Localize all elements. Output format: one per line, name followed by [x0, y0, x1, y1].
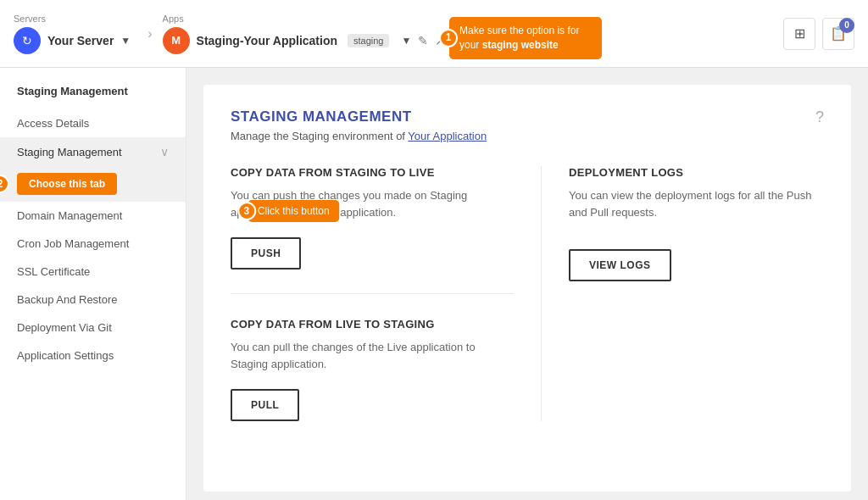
sidebar-item-deployment-git[interactable]: Deployment Via Git [0, 314, 186, 342]
col-divider-wrapper: DEPLOYMENT LOGS You can view the deploym… [541, 166, 824, 421]
choose-tab-button[interactable]: Choose this tab [17, 173, 117, 195]
sidebar-title: Staging Management [0, 85, 186, 109]
step3-tooltip: 3 Click this button [248, 200, 340, 222]
sidebar-item-staging-management[interactable]: Staging Management ∨ [0, 137, 186, 166]
app-name: Staging-Your Application [197, 34, 337, 47]
apps-label: Apps [163, 14, 446, 24]
sidebar-item-access-details[interactable]: Access Details [0, 109, 186, 137]
header-right: ⊞ 📋 0 [783, 18, 854, 50]
copy-live-to-staging-section: COPY DATA FROM LIVE TO STAGING You can p… [231, 318, 514, 421]
server-dropdown-arrow[interactable]: ▼ [120, 35, 131, 47]
apps-section: Apps M Staging-Your Application staging … [163, 14, 446, 54]
sidebar-item-domain-management[interactable]: Domain Management [0, 202, 186, 230]
view-logs-button[interactable]: VIEW LOGS [569, 249, 671, 281]
sidebar-item-cron-job[interactable]: Cron Job Management [0, 230, 186, 258]
push-button[interactable]: PUSH [231, 237, 301, 269]
notif-count: 0 [839, 18, 854, 33]
servers-section: Servers ↻ Your Server ▼ [14, 14, 131, 54]
grid-view-button[interactable]: ⊞ [783, 18, 815, 50]
staging-badge: staging [348, 34, 389, 47]
left-column: COPY DATA FROM STAGING TO LIVE You can p… [231, 166, 514, 421]
step1-tooltip: 1 Make sure the option is for your stagi… [449, 17, 602, 59]
sidebar-item-app-settings[interactable]: Application Settings [0, 342, 186, 369]
your-application-link[interactable]: Your Application [408, 130, 487, 142]
right-column: DEPLOYMENT LOGS You can view the deploym… [542, 166, 824, 421]
staging-management-row: Staging Management ∨ [17, 145, 169, 158]
edit-icon[interactable]: ✎ [418, 34, 428, 47]
copy-staging-title: COPY DATA FROM STAGING TO LIVE [231, 166, 514, 179]
servers-label: Servers [14, 14, 131, 24]
main-layout: Staging Management Access Details Stagin… [0, 68, 868, 500]
content-subtitle: Manage the Staging environment of Your A… [231, 130, 824, 142]
sidebar-item-backup[interactable]: Backup And Restore [0, 286, 186, 314]
top-header: Servers ↻ Your Server ▼ › Apps M Staging… [0, 0, 868, 68]
push-button-wrapper: 3 Click this button PUSH [231, 237, 301, 269]
server-icon: ↻ [14, 27, 41, 54]
page-title: STAGING MANAGEMENT [231, 108, 412, 125]
content-area: STAGING MANAGEMENT ? Manage the Staging … [186, 68, 868, 500]
two-col-layout: COPY DATA FROM STAGING TO LIVE You can p… [231, 166, 824, 421]
content-header: STAGING MANAGEMENT ? [231, 108, 824, 126]
app-selector[interactable]: M Staging-Your Application staging ▼ ✎ ↗ [163, 27, 446, 54]
section-divider [231, 293, 514, 294]
deployment-logs-desc: You can view the deployment logs for all… [569, 187, 824, 220]
step3-badge: 3 [237, 202, 256, 220]
content-card: STAGING MANAGEMENT ? Manage the Staging … [203, 85, 851, 492]
server-selector[interactable]: ↻ Your Server ▼ [14, 27, 131, 54]
copy-staging-to-live-section: COPY DATA FROM STAGING TO LIVE You can p… [231, 166, 514, 269]
copy-live-title: COPY DATA FROM LIVE TO STAGING [231, 318, 514, 331]
help-icon[interactable]: ? [815, 108, 824, 126]
pull-button[interactable]: PULL [231, 389, 299, 421]
step1-badge: 1 [439, 29, 458, 47]
notifications-button[interactable]: 📋 0 [822, 18, 854, 50]
chevron-down-icon: ∨ [160, 145, 169, 158]
server-name: Your Server [47, 34, 114, 47]
magento-icon: M [163, 27, 190, 54]
step2-badge: 2 [0, 175, 9, 193]
breadcrumb-separator: › [147, 26, 152, 42]
deployment-logs-title: DEPLOYMENT LOGS [569, 166, 824, 179]
sidebar: Staging Management Access Details Stagin… [0, 68, 186, 500]
copy-live-desc: You can pull the changes of the Live app… [231, 339, 514, 372]
app-dropdown-arrow[interactable]: ▼ [401, 35, 411, 47]
sidebar-item-ssl[interactable]: SSL Certificate [0, 258, 186, 286]
choose-tab-wrapper: 2 Choose this tab [0, 166, 186, 202]
